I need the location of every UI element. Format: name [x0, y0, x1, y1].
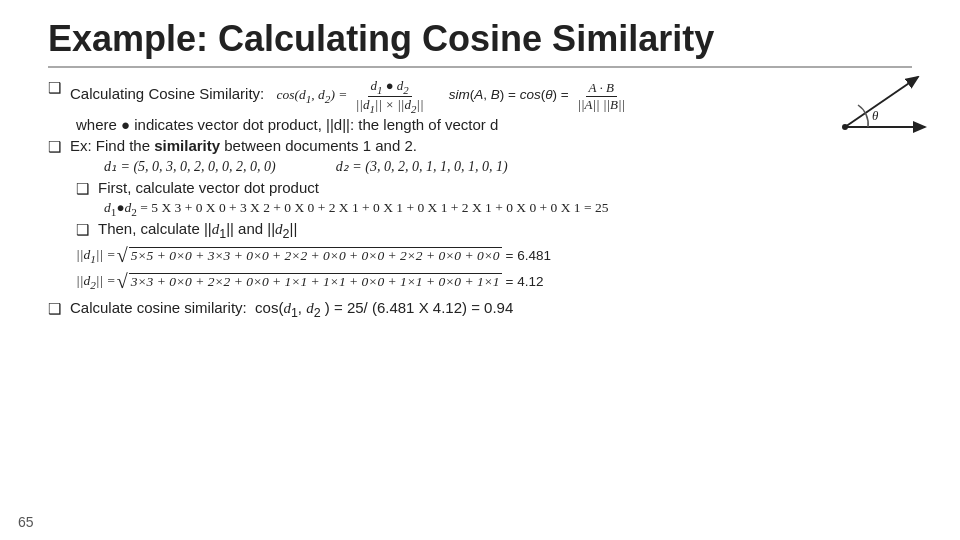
sub-bullet-2-text: Then, calculate ||d1|| and ||d2|| [98, 220, 912, 241]
where-line: where ● indicates vector dot product, ||… [76, 116, 912, 133]
norm2-formula: ||d2|| = √ 3×3 + 0×0 + 2×2 + 0×0 + 1×1 +… [76, 270, 912, 293]
svg-line-1 [845, 77, 918, 127]
sub-bullet-2: ❑ Then, calculate ||d1|| and ||d2|| [48, 220, 912, 241]
page: Example: Calculating Cosine Similarity ❑… [0, 0, 960, 540]
bullet-1-content: Calculating Cosine Similarity: cos(d1, d… [70, 78, 912, 114]
sub-bullet-1-icon: ❑ [76, 179, 98, 198]
page-title: Example: Calculating Cosine Similarity [48, 18, 912, 60]
divider [48, 66, 912, 68]
bullet-2-content: Ex: Find the similarity between document… [70, 137, 912, 154]
bold-similarity: similarity [154, 137, 220, 154]
svg-point-2 [842, 124, 848, 130]
bullet-1-icon: ❑ [48, 78, 70, 97]
sub-bullet-1-text: First, calculate vector dot product [98, 179, 912, 196]
bullet-2-icon: ❑ [48, 137, 70, 156]
svg-text:θ: θ [872, 108, 879, 123]
page-number: 65 [18, 514, 34, 530]
sub-bullet-2-icon: ❑ [76, 220, 98, 239]
cosine-formula: cos(d1, d2) = d1 ● d2 ||d1|| × ||d2|| si… [276, 87, 630, 102]
norm1-formula: ||d1|| = √ 5×5 + 0×0 + 3×3 + 0×0 + 2×2 +… [76, 244, 912, 267]
final-bullet: ❑ Calculate cosine similarity: cos(d1, d… [48, 299, 912, 320]
bullet-1-text: Calculating Cosine Similarity: [70, 85, 264, 102]
d1-vector: d₁ = (5, 0, 3, 0, 2, 0, 0, 2, 0, 0) [104, 158, 276, 175]
final-bullet-icon: ❑ [48, 299, 70, 318]
bullet-2: ❑ Ex: Find the similarity between docume… [48, 137, 912, 156]
d2-vector: d₂ = (3, 0, 2, 0, 1, 1, 0, 1, 0, 1) [336, 158, 508, 175]
sub-bullet-1: ❑ First, calculate vector dot product [48, 179, 912, 198]
bullet-1: ❑ Calculating Cosine Similarity: cos(d1,… [48, 78, 912, 114]
d-vectors-row: d₁ = (5, 0, 3, 0, 2, 0, 0, 2, 0, 0) d₂ =… [48, 158, 912, 175]
angle-diagram: θ [840, 72, 930, 142]
final-bullet-text: Calculate cosine similarity: cos(d1, d2 … [70, 299, 912, 320]
dot-product-calculation: d1●d2 = 5 X 3 + 0 X 0 + 3 X 2 + 0 X 0 + … [104, 200, 912, 218]
